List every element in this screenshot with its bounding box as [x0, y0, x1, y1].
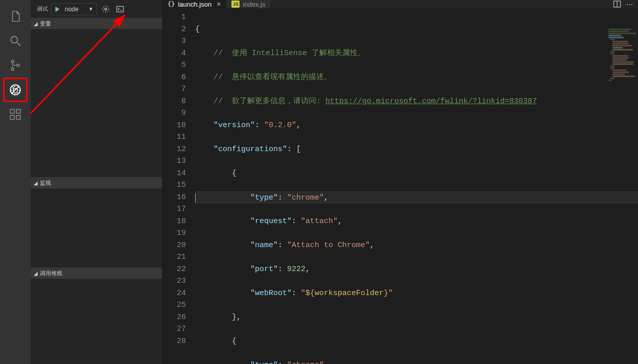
json-file-icon: {} — [168, 1, 175, 8]
svg-point-3 — [11, 68, 14, 70]
watch-section-header[interactable]: ◢ 监视 — [31, 177, 162, 188]
tab-bar: {} launch.json × JS index.js ⋯ — [162, 0, 638, 8]
activity-extensions[interactable] — [3, 102, 28, 127]
sidebar-title: 调试 — [37, 5, 48, 13]
svg-rect-12 — [117, 6, 124, 12]
editor-group: {} launch.json × JS index.js ⋯ 123456789… — [162, 0, 638, 364]
line-numbers: 1234567891011121314151617181920212223242… — [162, 8, 195, 364]
callstack-section-header[interactable]: ◢ 调用堆栈 — [31, 268, 162, 279]
debug-config-dropdown[interactable]: node ▼ — [51, 3, 97, 15]
console-icon — [116, 5, 124, 13]
js-file-icon: JS — [231, 1, 240, 8]
variables-section-header[interactable]: ◢ 变量 — [31, 18, 162, 29]
source-control-icon — [9, 59, 22, 72]
chevron-down-icon: ◢ — [34, 21, 40, 27]
code-editor[interactable]: 1234567891011121314151617181920212223242… — [162, 8, 638, 364]
debug-settings-button[interactable] — [100, 4, 111, 15]
split-editor-icon[interactable] — [613, 0, 621, 8]
play-icon — [54, 6, 61, 13]
variables-section-body — [31, 29, 162, 177]
debug-config-name: node — [63, 6, 85, 13]
tab-launch-json[interactable]: {} launch.json × — [162, 0, 226, 8]
svg-rect-8 — [10, 115, 14, 119]
variables-label: 变量 — [40, 20, 51, 28]
extensions-icon — [9, 108, 22, 121]
tab-label: launch.json — [178, 1, 211, 8]
chevron-down-icon: ▼ — [85, 6, 97, 12]
debug-console-button[interactable] — [114, 4, 126, 15]
start-debug-button[interactable] — [52, 4, 63, 15]
debug-icon — [9, 83, 22, 96]
svg-point-2 — [11, 60, 14, 63]
svg-point-0 — [11, 36, 17, 43]
activity-bar — [0, 0, 31, 364]
debug-header: 调试 node ▼ — [31, 0, 162, 18]
svg-line-6 — [11, 86, 19, 93]
watch-label: 监视 — [40, 179, 51, 187]
svg-rect-10 — [16, 109, 20, 113]
chevron-down-icon: ◢ — [34, 271, 40, 276]
activity-explorer[interactable] — [3, 4, 28, 29]
editor-actions: ⋯ — [608, 0, 638, 8]
callstack-section-body — [31, 279, 162, 364]
svg-rect-7 — [10, 109, 14, 113]
close-icon[interactable]: × — [217, 0, 221, 8]
search-icon — [9, 34, 22, 47]
watch-section-body — [31, 188, 162, 268]
chevron-down-icon: ◢ — [34, 180, 40, 186]
svg-point-11 — [105, 8, 107, 10]
files-icon — [9, 10, 22, 23]
debug-sidebar: 调试 node ▼ ◢ 变量 ◢ 监视 ◢ 调用堆栈 — [31, 0, 162, 364]
more-icon[interactable]: ⋯ — [626, 1, 633, 8]
svg-rect-9 — [16, 115, 20, 119]
text-cursor — [195, 193, 196, 203]
tab-index-js[interactable]: JS index.js — [226, 0, 271, 8]
svg-line-1 — [17, 42, 20, 46]
gear-icon — [102, 5, 110, 13]
activity-search[interactable] — [3, 29, 28, 53]
tab-label: index.js — [243, 1, 265, 8]
callstack-label: 调用堆栈 — [40, 270, 62, 277]
activity-scm[interactable] — [3, 53, 28, 78]
activity-debug[interactable] — [3, 78, 28, 102]
svg-point-4 — [17, 64, 19, 67]
code-content[interactable]: { // 使用 IntelliSense 了解相关属性。 // 悬停以查看现有属… — [195, 8, 638, 364]
doc-link[interactable]: https://go.microsoft.com/fwlink/?linkid=… — [325, 97, 537, 106]
